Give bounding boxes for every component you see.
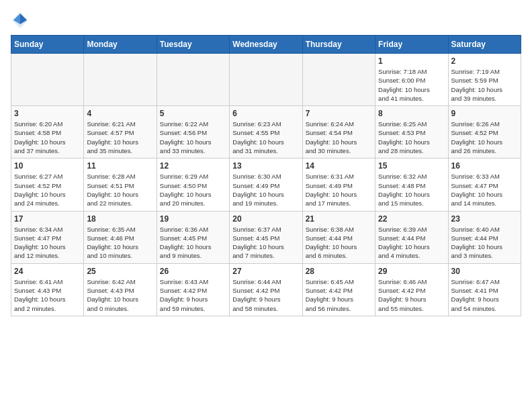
day-number: 3	[14, 109, 81, 118]
calendar-cell: 3Sunrise: 6:20 AM Sunset: 4:58 PM Daylig…	[11, 106, 84, 158]
calendar-cell: 19Sunrise: 6:36 AM Sunset: 4:45 PM Dayli…	[157, 211, 229, 263]
calendar-cell: 25Sunrise: 6:42 AM Sunset: 4:43 PM Dayli…	[84, 263, 157, 316]
day-info: Sunrise: 6:47 AM Sunset: 4:41 PM Dayligh…	[451, 277, 518, 313]
weekday-header-monday: Monday	[84, 36, 157, 54]
calendar-cell: 6Sunrise: 6:23 AM Sunset: 4:55 PM Daylig…	[230, 106, 302, 158]
day-info: Sunrise: 6:41 AM Sunset: 4:43 PM Dayligh…	[14, 277, 81, 313]
calendar-cell: 14Sunrise: 6:31 AM Sunset: 4:49 PM Dayli…	[302, 158, 375, 211]
weekday-header-wednesday: Wednesday	[230, 36, 302, 54]
weekday-header-friday: Friday	[375, 36, 448, 54]
logo	[11, 11, 32, 30]
day-number: 23	[451, 214, 518, 224]
day-info: Sunrise: 6:35 AM Sunset: 4:46 PM Dayligh…	[87, 225, 153, 261]
day-number: 16	[451, 161, 518, 171]
calendar-cell: 17Sunrise: 6:34 AM Sunset: 4:47 PM Dayli…	[11, 211, 84, 263]
day-number: 14	[306, 161, 372, 171]
weekday-header-sunday: Sunday	[11, 36, 84, 54]
calendar-week-2: 3Sunrise: 6:20 AM Sunset: 4:58 PM Daylig…	[11, 106, 521, 158]
day-number: 9	[451, 109, 518, 118]
calendar-cell: 4Sunrise: 6:21 AM Sunset: 4:57 PM Daylig…	[84, 106, 157, 158]
day-number: 25	[87, 267, 153, 276]
calendar-cell: 8Sunrise: 6:25 AM Sunset: 4:53 PM Daylig…	[375, 106, 448, 158]
day-number: 27	[232, 267, 299, 276]
day-info: Sunrise: 6:27 AM Sunset: 4:52 PM Dayligh…	[14, 172, 81, 208]
day-number: 22	[378, 214, 445, 224]
day-info: Sunrise: 7:18 AM Sunset: 6:00 PM Dayligh…	[378, 67, 445, 103]
calendar-cell: 5Sunrise: 6:22 AM Sunset: 4:56 PM Daylig…	[157, 106, 229, 158]
day-info: Sunrise: 6:26 AM Sunset: 4:52 PM Dayligh…	[451, 120, 518, 155]
day-number: 28	[306, 267, 372, 276]
day-info: Sunrise: 6:21 AM Sunset: 4:57 PM Dayligh…	[87, 120, 153, 155]
day-info: Sunrise: 6:24 AM Sunset: 4:54 PM Dayligh…	[306, 120, 372, 155]
weekday-header-saturday: Saturday	[448, 36, 521, 54]
calendar-cell: 1Sunrise: 7:18 AM Sunset: 6:00 PM Daylig…	[375, 54, 448, 106]
day-number: 26	[160, 267, 226, 276]
day-info: Sunrise: 6:34 AM Sunset: 4:47 PM Dayligh…	[14, 225, 81, 261]
day-info: Sunrise: 6:20 AM Sunset: 4:58 PM Dayligh…	[14, 120, 81, 155]
day-info: Sunrise: 6:31 AM Sunset: 4:49 PM Dayligh…	[306, 172, 372, 208]
day-info: Sunrise: 7:19 AM Sunset: 5:59 PM Dayligh…	[451, 67, 518, 103]
calendar-table: SundayMondayTuesdayWednesdayThursdayFrid…	[11, 35, 521, 316]
page-header	[11, 11, 521, 30]
day-number: 5	[160, 109, 226, 118]
day-number: 30	[451, 267, 518, 276]
calendar-cell: 26Sunrise: 6:43 AM Sunset: 4:42 PM Dayli…	[157, 263, 229, 316]
calendar-cell: 30Sunrise: 6:47 AM Sunset: 4:41 PM Dayli…	[448, 263, 521, 316]
weekday-header-thursday: Thursday	[302, 36, 375, 54]
calendar-week-3: 10Sunrise: 6:27 AM Sunset: 4:52 PM Dayli…	[11, 158, 521, 211]
day-number: 29	[378, 267, 445, 276]
day-number: 19	[160, 214, 226, 224]
day-info: Sunrise: 6:42 AM Sunset: 4:43 PM Dayligh…	[87, 277, 153, 313]
calendar-cell: 22Sunrise: 6:39 AM Sunset: 4:44 PM Dayli…	[375, 211, 448, 263]
day-info: Sunrise: 6:22 AM Sunset: 4:56 PM Dayligh…	[160, 120, 226, 155]
day-number: 15	[378, 161, 445, 171]
day-info: Sunrise: 6:37 AM Sunset: 4:45 PM Dayligh…	[232, 225, 299, 261]
day-number: 24	[14, 267, 81, 276]
calendar-cell: 16Sunrise: 6:33 AM Sunset: 4:47 PM Dayli…	[448, 158, 521, 211]
calendar-cell	[230, 54, 302, 106]
calendar-cell: 15Sunrise: 6:32 AM Sunset: 4:48 PM Dayli…	[375, 158, 448, 211]
calendar-cell: 10Sunrise: 6:27 AM Sunset: 4:52 PM Dayli…	[11, 158, 84, 211]
day-info: Sunrise: 6:36 AM Sunset: 4:45 PM Dayligh…	[160, 225, 226, 261]
day-info: Sunrise: 6:29 AM Sunset: 4:50 PM Dayligh…	[160, 172, 226, 208]
day-number: 8	[378, 109, 445, 118]
calendar-cell	[157, 54, 229, 106]
day-info: Sunrise: 6:43 AM Sunset: 4:42 PM Dayligh…	[160, 277, 226, 313]
day-info: Sunrise: 6:39 AM Sunset: 4:44 PM Dayligh…	[378, 225, 445, 261]
day-info: Sunrise: 6:33 AM Sunset: 4:47 PM Dayligh…	[451, 172, 518, 208]
day-info: Sunrise: 6:38 AM Sunset: 4:44 PM Dayligh…	[306, 225, 372, 261]
day-info: Sunrise: 6:28 AM Sunset: 4:51 PM Dayligh…	[87, 172, 153, 208]
calendar-week-5: 24Sunrise: 6:41 AM Sunset: 4:43 PM Dayli…	[11, 263, 521, 316]
day-number: 21	[306, 214, 372, 224]
calendar-cell	[302, 54, 375, 106]
day-info: Sunrise: 6:23 AM Sunset: 4:55 PM Dayligh…	[232, 120, 299, 155]
day-number: 18	[87, 214, 153, 224]
day-info: Sunrise: 6:44 AM Sunset: 4:42 PM Dayligh…	[232, 277, 299, 313]
day-number: 6	[232, 109, 299, 118]
calendar-cell: 27Sunrise: 6:44 AM Sunset: 4:42 PM Dayli…	[230, 263, 302, 316]
calendar-cell: 9Sunrise: 6:26 AM Sunset: 4:52 PM Daylig…	[448, 106, 521, 158]
calendar-week-4: 17Sunrise: 6:34 AM Sunset: 4:47 PM Dayli…	[11, 211, 521, 263]
day-number: 7	[306, 109, 372, 118]
calendar-week-1: 1Sunrise: 7:18 AM Sunset: 6:00 PM Daylig…	[11, 54, 521, 106]
weekday-header-tuesday: Tuesday	[157, 36, 229, 54]
calendar-cell: 12Sunrise: 6:29 AM Sunset: 4:50 PM Dayli…	[157, 158, 229, 211]
day-number: 4	[87, 109, 153, 118]
day-number: 2	[451, 56, 518, 66]
logo-icon	[11, 11, 30, 30]
calendar-cell	[84, 54, 157, 106]
day-info: Sunrise: 6:40 AM Sunset: 4:44 PM Dayligh…	[451, 225, 518, 261]
calendar-cell: 24Sunrise: 6:41 AM Sunset: 4:43 PM Dayli…	[11, 263, 84, 316]
calendar-cell: 21Sunrise: 6:38 AM Sunset: 4:44 PM Dayli…	[302, 211, 375, 263]
calendar-cell: 20Sunrise: 6:37 AM Sunset: 4:45 PM Dayli…	[230, 211, 302, 263]
calendar-cell	[11, 54, 84, 106]
calendar-cell: 28Sunrise: 6:45 AM Sunset: 4:42 PM Dayli…	[302, 263, 375, 316]
calendar-cell: 29Sunrise: 6:46 AM Sunset: 4:42 PM Dayli…	[375, 263, 448, 316]
day-number: 13	[232, 161, 299, 171]
day-number: 12	[160, 161, 226, 171]
day-number: 10	[14, 161, 81, 171]
calendar-cell: 7Sunrise: 6:24 AM Sunset: 4:54 PM Daylig…	[302, 106, 375, 158]
calendar-cell: 2Sunrise: 7:19 AM Sunset: 5:59 PM Daylig…	[448, 54, 521, 106]
day-info: Sunrise: 6:45 AM Sunset: 4:42 PM Dayligh…	[306, 277, 372, 313]
day-info: Sunrise: 6:32 AM Sunset: 4:48 PM Dayligh…	[378, 172, 445, 208]
